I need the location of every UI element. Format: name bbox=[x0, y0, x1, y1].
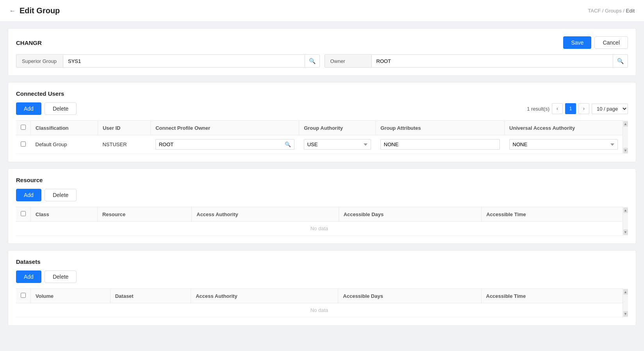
connected-users-toolbar: Add Delete 1 result(s) ‹ 1 › 10 / page 2… bbox=[16, 102, 628, 115]
save-button[interactable]: Save bbox=[563, 36, 591, 49]
datasets-add-button[interactable]: Add bbox=[16, 270, 41, 283]
universal-access-authority-select[interactable]: NONE READ UPDATE ALTER CONTROL bbox=[509, 139, 618, 150]
row-checkbox[interactable] bbox=[21, 141, 26, 147]
top-bar: ← Edit Group TACF / Groups / Edit bbox=[0, 0, 644, 22]
results-count: 1 result(s) bbox=[527, 106, 549, 112]
connected-users-title: Connected Users bbox=[16, 90, 628, 97]
col-connect-profile-owner: Connect Profile Owner bbox=[151, 121, 299, 135]
resource-col-access-authority: Access Authority bbox=[192, 207, 339, 222]
row-connect-profile-owner: 🔍 bbox=[151, 135, 299, 154]
resource-title: Resource bbox=[16, 177, 628, 183]
col-user-id: User ID bbox=[98, 121, 150, 135]
breadcrumb-sep1: / bbox=[602, 8, 605, 14]
resource-col-class: Class bbox=[31, 207, 98, 222]
main-content: CHANGR Save Cancel Superior Group 🔍 Owne… bbox=[0, 22, 644, 332]
breadcrumb-active: Edit bbox=[626, 8, 635, 14]
page-title: Edit Group bbox=[20, 6, 60, 15]
datasets-card: Datasets Add Delete Volume Dataset Acces… bbox=[8, 250, 636, 326]
datasets-col-volume: Volume bbox=[31, 289, 111, 303]
col-select-all[interactable] bbox=[16, 121, 31, 135]
connected-users-table-container: Classification User ID Connect Profile O… bbox=[16, 120, 628, 154]
table-row: Default Group NSTUSER 🔍 USE JOIN CREATE … bbox=[16, 135, 623, 154]
datasets-select-all-checkbox[interactable] bbox=[21, 293, 26, 298]
per-page-select[interactable]: 10 / page 20 / page 50 / page bbox=[592, 104, 628, 114]
breadcrumb-root[interactable]: TACF bbox=[588, 8, 601, 14]
resource-table-container: Class Resource Access Authority Accessib… bbox=[16, 207, 628, 236]
breadcrumb-sep2: / bbox=[623, 8, 626, 14]
row-group-authority: USE JOIN CREATE CONNECT bbox=[299, 135, 376, 154]
resource-toolbar-left: Add Delete bbox=[16, 189, 77, 201]
connect-profile-owner-search-icon[interactable]: 🔍 bbox=[282, 140, 294, 149]
select-all-checkbox[interactable] bbox=[21, 125, 26, 130]
resource-no-data: No data bbox=[16, 222, 623, 236]
datasets-col-accessible-time: Accessible Time bbox=[481, 289, 623, 303]
row-classification: Default Group bbox=[31, 135, 98, 154]
connected-users-scrollbar[interactable]: ▲ ▼ bbox=[623, 120, 628, 154]
toolbar-right: 1 result(s) ‹ 1 › 10 / page 20 / page 50… bbox=[527, 103, 628, 114]
datasets-col-accessible-days: Accessible Days bbox=[338, 289, 481, 303]
connected-users-card: Connected Users Add Delete 1 result(s) ‹… bbox=[8, 82, 636, 162]
resource-delete-button[interactable]: Delete bbox=[45, 189, 77, 201]
back-icon[interactable]: ← bbox=[9, 7, 16, 14]
datasets-table-container: Volume Dataset Access Authority Accessib… bbox=[16, 288, 628, 317]
datasets-col-dataset: Dataset bbox=[110, 289, 191, 303]
owner-input[interactable] bbox=[372, 55, 613, 67]
superior-group-field: Superior Group 🔍 bbox=[16, 54, 320, 68]
superior-group-label: Superior Group bbox=[16, 55, 63, 67]
owner-field: Owner 🔍 bbox=[325, 54, 628, 68]
changr-label: CHANGR bbox=[16, 39, 42, 46]
datasets-col-select-all[interactable] bbox=[16, 289, 31, 303]
resource-col-select-all[interactable] bbox=[16, 207, 31, 222]
superior-group-search-icon[interactable]: 🔍 bbox=[305, 55, 319, 67]
datasets-scrollbar-down[interactable]: ▼ bbox=[623, 311, 628, 317]
top-bar-left: ← Edit Group bbox=[9, 6, 60, 15]
next-page-button[interactable]: › bbox=[578, 103, 589, 114]
resource-col-accessible-days: Accessible Days bbox=[339, 207, 482, 222]
changr-card: CHANGR Save Cancel Superior Group 🔍 Owne… bbox=[8, 28, 636, 76]
resource-toolbar: Add Delete bbox=[16, 189, 628, 201]
connect-profile-owner-input[interactable] bbox=[156, 140, 282, 149]
row-group-attributes bbox=[376, 135, 505, 154]
datasets-delete-button[interactable]: Delete bbox=[45, 270, 77, 283]
resource-col-accessible-time: Accessible Time bbox=[482, 207, 623, 222]
resource-card: Resource Add Delete Class Resource Acces… bbox=[8, 168, 636, 244]
page-1-button[interactable]: 1 bbox=[565, 103, 576, 114]
resource-select-all-checkbox[interactable] bbox=[21, 211, 26, 216]
changr-form-row: Superior Group 🔍 Owner 🔍 bbox=[16, 54, 628, 68]
row-user-id: NSTUSER bbox=[98, 135, 150, 154]
scrollbar-up[interactable]: ▲ bbox=[623, 121, 628, 127]
resource-scrollbar[interactable]: ▲ ▼ bbox=[623, 207, 628, 236]
changr-actions: Save Cancel bbox=[563, 36, 628, 49]
resource-add-button[interactable]: Add bbox=[16, 189, 41, 201]
prev-page-button[interactable]: ‹ bbox=[552, 103, 563, 114]
row-universal-access-authority: NONE READ UPDATE ALTER CONTROL bbox=[505, 135, 623, 154]
resource-scrollbar-up[interactable]: ▲ bbox=[623, 208, 628, 213]
group-authority-select[interactable]: USE JOIN CREATE CONNECT bbox=[304, 139, 371, 150]
datasets-no-data: No data bbox=[16, 303, 623, 317]
datasets-table: Volume Dataset Access Authority Accessib… bbox=[16, 288, 623, 317]
breadcrumb: TACF / Groups / Edit bbox=[588, 8, 635, 14]
datasets-title: Datasets bbox=[16, 258, 628, 265]
col-universal-access-authority: Universal Access Authority bbox=[505, 121, 623, 135]
owner-label: Owner bbox=[325, 55, 372, 67]
toolbar-left: Add Delete bbox=[16, 102, 77, 115]
row-checkbox-cell[interactable] bbox=[16, 135, 31, 154]
datasets-scrollbar[interactable]: ▲ ▼ bbox=[623, 288, 628, 317]
owner-search-icon[interactable]: 🔍 bbox=[613, 55, 628, 67]
datasets-toolbar-left: Add Delete bbox=[16, 270, 77, 283]
connected-users-delete-button[interactable]: Delete bbox=[45, 102, 77, 115]
connected-users-add-button[interactable]: Add bbox=[16, 102, 41, 115]
connected-users-table: Classification User ID Connect Profile O… bbox=[16, 120, 623, 154]
changr-header-row: CHANGR Save Cancel bbox=[16, 36, 628, 49]
resource-table: Class Resource Access Authority Accessib… bbox=[16, 207, 623, 236]
breadcrumb-middle[interactable]: Groups bbox=[605, 8, 622, 14]
cancel-button[interactable]: Cancel bbox=[594, 36, 628, 49]
resource-scrollbar-down[interactable]: ▼ bbox=[623, 229, 628, 235]
datasets-col-access-authority: Access Authority bbox=[191, 289, 338, 303]
datasets-scrollbar-up[interactable]: ▲ bbox=[623, 289, 628, 295]
superior-group-input[interactable] bbox=[63, 55, 305, 67]
datasets-toolbar: Add Delete bbox=[16, 270, 628, 283]
group-attributes-input[interactable] bbox=[380, 139, 500, 150]
scrollbar-down[interactable]: ▼ bbox=[623, 148, 628, 153]
col-group-attributes: Group Attributes bbox=[376, 121, 505, 135]
